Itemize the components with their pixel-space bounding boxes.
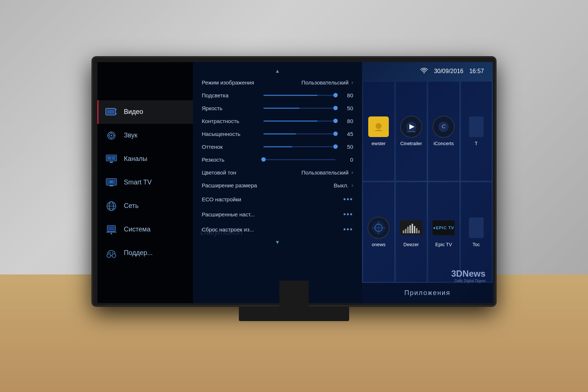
setting-image-mode-label: Режим изображения <box>202 79 261 86</box>
deezer-icon-wrapper <box>400 217 422 239</box>
video-icon <box>105 105 118 119</box>
status-date: 30/09/2016 <box>434 68 463 75</box>
sidebar-item-network[interactable]: Сеть <box>97 194 193 218</box>
svg-rect-21 <box>110 186 113 186</box>
setting-reset-label: Сброс настроек из... <box>202 226 261 233</box>
svg-text:M: M <box>110 180 113 184</box>
brewster-icon-wrapper <box>368 116 390 138</box>
sound-icon <box>105 129 118 142</box>
setting-size-extend-label: Расширение размера <box>202 182 261 188</box>
setting-contrast-label: Контрастность <box>202 118 261 124</box>
sidebar-item-video[interactable]: Видео <box>97 100 193 124</box>
svg-point-37 <box>376 123 381 129</box>
setting-tint[interactable]: Оттенок 50 <box>193 140 362 153</box>
sidebar-item-channels[interactable]: Каналы <box>97 147 193 171</box>
tv-container: Видео <box>92 57 496 336</box>
svg-point-11 <box>114 135 115 136</box>
sidebar: Видео <box>97 62 193 303</box>
channels-icon <box>105 152 118 166</box>
setting-tint-label: Оттенок <box>202 144 261 150</box>
setting-color-tone[interactable]: Цветовой тон Пользовательский › <box>193 166 362 179</box>
setting-eco[interactable]: ЕСО настройки ••• <box>193 192 362 207</box>
svg-rect-15 <box>112 157 115 158</box>
app-toc2[interactable]: Toc <box>460 182 492 282</box>
setting-image-mode-value: Пользовательский <box>301 79 348 86</box>
toc-partial-icon <box>465 116 487 138</box>
app-toc-partial[interactable]: T <box>460 81 492 181</box>
app-euronews[interactable]: onews <box>363 182 395 282</box>
setting-eco-label: ЕСО настройки <box>202 196 261 202</box>
svg-rect-16 <box>112 158 115 159</box>
sidebar-support-label: Поддер... <box>124 249 153 257</box>
setting-size-extend[interactable]: Расширение размера Выкл. › <box>193 179 362 192</box>
svg-text:CineTrailer: CineTrailer <box>407 130 416 133</box>
setting-saturation-label: Насыщенность <box>202 131 261 137</box>
setting-brightness[interactable]: Яркость 50 <box>193 102 362 115</box>
toc2-icon <box>465 217 487 239</box>
sidebar-item-sound[interactable]: Звук <box>97 124 193 147</box>
bottom-bar: Приложения <box>362 283 493 303</box>
svg-rect-2 <box>107 110 114 114</box>
svg-rect-14 <box>108 157 111 159</box>
sidebar-item-support[interactable]: Поддер... <box>97 241 193 265</box>
tv-stand-base <box>239 306 349 321</box>
app-epictv[interactable]: ●EPIC TV Epic TV <box>428 182 460 282</box>
app-epictv-name: Epic TV <box>435 242 452 247</box>
tv-stand-neck <box>279 281 309 306</box>
svg-line-3 <box>116 109 117 110</box>
setting-contrast-value: 80 <box>343 118 353 124</box>
sidebar-item-smarttv[interactable]: M Smart TV <box>97 171 193 194</box>
app-cinetrailer-name: Cinetrailer <box>400 141 422 146</box>
euronews-icon-wrapper <box>368 217 390 239</box>
setting-color-tone-label: Цветовой тон <box>202 169 261 176</box>
setting-reset[interactable]: Сброс настроек из... ••• <box>193 222 362 237</box>
support-icon <box>105 247 118 260</box>
status-bar: 30/09/2016 16:57 <box>362 62 493 80</box>
epictv-icon-wrapper: ●EPIC TV <box>433 217 455 239</box>
setting-advanced-label: Расширенные наст... <box>202 211 261 217</box>
setting-contrast[interactable]: Контрастность 80 <box>193 115 362 127</box>
sidebar-channels-label: Каналы <box>124 155 147 163</box>
app-deezer-name: Deezer <box>404 242 419 247</box>
cinetrailer-icon-wrapper: CineTrailer <box>400 116 422 138</box>
sidebar-video-label: Видео <box>124 108 143 116</box>
network-icon <box>105 199 118 213</box>
scroll-up-arrow[interactable]: ▲ <box>193 66 362 76</box>
setting-advanced[interactable]: Расширенные наст... ••• <box>193 207 362 222</box>
sidebar-item-system[interactable]: Система <box>97 218 193 241</box>
apps-label: Приложения <box>404 289 450 297</box>
app-iconcerts[interactable]: C iConcerts <box>428 81 460 181</box>
news-watermark: 3DNews Daily Digital Digest <box>451 269 485 283</box>
setting-tint-value: 50 <box>343 144 353 150</box>
app-euronews-name: onews <box>372 242 386 247</box>
svg-point-30 <box>111 233 112 234</box>
scroll-down-arrow[interactable]: ▼ <box>193 237 362 247</box>
setting-size-extend-arrow: › <box>351 182 353 188</box>
tv-screen: Видео <box>97 62 493 303</box>
setting-sharpness-label: Резкость <box>202 157 261 163</box>
svg-point-9 <box>111 138 112 139</box>
svg-point-7 <box>111 135 112 136</box>
app-brewster[interactable]: ewster <box>363 81 395 181</box>
svg-line-33 <box>110 252 111 253</box>
setting-saturation[interactable]: Насыщенность 45 <box>193 127 362 140</box>
apps-grid: ewster CineTrailer <box>362 80 493 283</box>
setting-backlight-label: Подсветка <box>202 92 261 98</box>
sidebar-smarttv-label: Smart TV <box>124 179 152 186</box>
setting-size-extend-value: Выкл. <box>334 182 348 188</box>
setting-image-mode[interactable]: Режим изображения Пользовательский › <box>193 76 362 89</box>
app-deezer[interactable]: Deezer <box>395 182 427 282</box>
smarttv-icon: M <box>105 176 118 189</box>
svg-point-10 <box>108 135 109 136</box>
svg-point-8 <box>111 132 112 133</box>
app-brewster-name: ewster <box>372 141 386 146</box>
setting-brightness-value: 50 <box>343 105 353 111</box>
svg-line-34 <box>112 252 113 253</box>
svg-rect-17 <box>110 162 113 163</box>
setting-color-tone-value: Пользовательский <box>301 169 348 176</box>
setting-sharpness[interactable]: Резкость 0 <box>193 153 362 166</box>
setting-backlight[interactable]: Подсветка 80 <box>193 89 362 102</box>
setting-eco-dots: ••• <box>343 195 353 204</box>
setting-saturation-value: 45 <box>343 131 353 137</box>
app-cinetrailer[interactable]: CineTrailer Cinetrailer <box>395 81 427 181</box>
